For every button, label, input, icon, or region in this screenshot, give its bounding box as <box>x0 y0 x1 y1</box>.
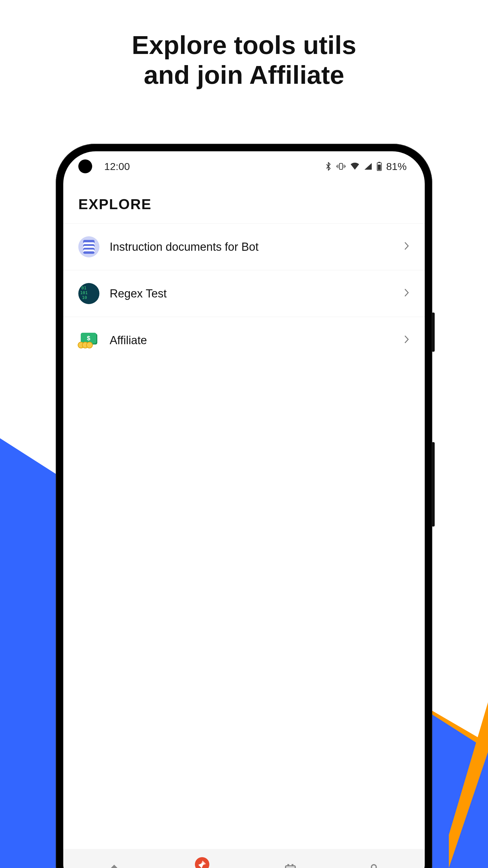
svg-rect-11 <box>292 864 293 867</box>
compass-icon <box>194 857 210 868</box>
nav-explore[interactable]: Explore <box>190 857 214 868</box>
news-icon <box>283 862 298 868</box>
home-icon <box>106 862 122 868</box>
promo-line1: Explore tools utils <box>132 30 356 59</box>
page-title: EXPLORE <box>78 196 410 213</box>
wifi-icon <box>350 162 360 170</box>
svg-rect-7 <box>378 164 381 170</box>
list-item-label: Regex Test <box>110 287 393 300</box>
doc-icon <box>78 236 99 257</box>
promo-headline: Explore tools utils and join Affiliate <box>0 0 488 90</box>
bluetooth-icon <box>325 162 332 171</box>
regex-icon: 0110110 <box>78 283 99 304</box>
affiliate-icon: $ <box>78 330 99 351</box>
svg-rect-10 <box>287 864 289 867</box>
svg-point-14 <box>371 865 376 868</box>
nav-profile[interactable] <box>366 862 382 868</box>
list-item-affiliate[interactable]: $ Affiliate <box>63 317 425 364</box>
bottom-nav: Explore <box>63 849 425 868</box>
svg-rect-0 <box>339 163 343 169</box>
list-item-instruction-docs[interactable]: Instruction documents for Bot <box>63 224 425 270</box>
camera-hole <box>78 159 92 173</box>
chevron-right-icon <box>404 288 410 300</box>
signal-icon <box>364 162 372 170</box>
chevron-right-icon <box>404 241 410 253</box>
explore-list: Instruction documents for Bot 0110110 Re… <box>63 224 425 364</box>
promo-line2: and join Affiliate <box>144 60 344 89</box>
status-bar: 12:00 <box>63 151 425 181</box>
chevron-right-icon <box>404 335 410 346</box>
status-battery-pct: 81% <box>386 161 407 173</box>
phone-mockup: 12:00 <box>56 144 432 868</box>
list-item-label: Affiliate <box>110 334 393 347</box>
battery-icon <box>377 162 382 171</box>
list-item-regex-test[interactable]: 0110110 Regex Test <box>63 270 425 317</box>
list-item-label: Instruction documents for Bot <box>110 241 393 253</box>
nav-home[interactable] <box>106 862 122 868</box>
status-time: 12:00 <box>104 161 130 173</box>
app-header: EXPLORE <box>63 181 425 224</box>
nav-news[interactable] <box>283 862 298 868</box>
vibrate-icon <box>336 162 346 170</box>
person-icon <box>366 862 382 868</box>
